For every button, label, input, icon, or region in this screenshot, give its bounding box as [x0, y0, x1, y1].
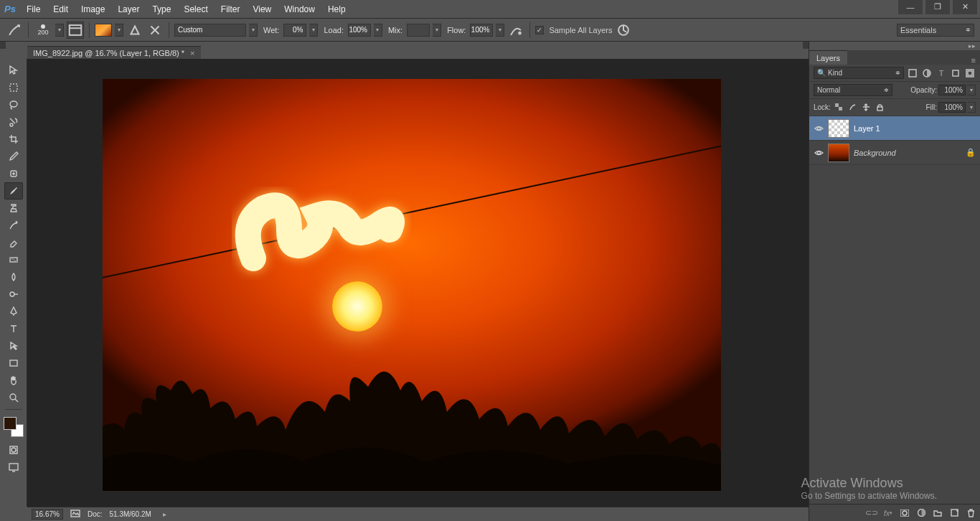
- filter-type-icon[interactable]: T: [936, 67, 947, 79]
- tablet-pressure-toggle[interactable]: [615, 22, 632, 39]
- clean-brush-button[interactable]: [146, 22, 164, 39]
- document-tab[interactable]: IMG_8922.jpg @ 16.7% (Layer 1, RGB/8) * …: [27, 46, 201, 59]
- menu-window[interactable]: Window: [278, 0, 321, 19]
- lock-all-icon[interactable]: [875, 102, 885, 113]
- layer-name[interactable]: Background: [854, 149, 896, 157]
- menu-help[interactable]: Help: [321, 0, 352, 19]
- lock-position-icon[interactable]: [861, 102, 872, 113]
- layers-panel-tab[interactable]: Layers: [809, 50, 847, 65]
- screen-mode-toggle[interactable]: [4, 459, 23, 476]
- foreground-color[interactable]: [4, 417, 17, 430]
- fill-field[interactable]: 100%: [938, 102, 966, 113]
- layer-thumbnail[interactable]: [828, 144, 849, 162]
- brush-load-caret[interactable]: ▾: [115, 24, 123, 37]
- fill-caret[interactable]: ▾: [967, 102, 976, 113]
- clone-stamp-tool[interactable]: [4, 200, 23, 217]
- zoom-level-field[interactable]: 16.67%: [32, 509, 63, 520]
- filter-kind-dropdown[interactable]: 🔍 Kind ≑: [814, 67, 904, 79]
- dock-collapse-left[interactable]: [0, 42, 6, 49]
- dock-collapse-right[interactable]: [803, 42, 809, 49]
- gradient-tool[interactable]: [4, 251, 23, 268]
- wet-field[interactable]: 0%: [283, 24, 306, 37]
- new-layer-button[interactable]: [949, 508, 959, 518]
- sample-all-checkbox[interactable]: ✓: [535, 26, 544, 34]
- brush-panel-toggle[interactable]: [67, 22, 84, 39]
- brush-preset-dropdown[interactable]: Custom: [174, 24, 246, 37]
- marquee-tool[interactable]: [4, 79, 23, 96]
- flow-caret[interactable]: ▾: [496, 24, 504, 37]
- lasso-tool[interactable]: [4, 96, 23, 113]
- filter-shape-icon[interactable]: [950, 67, 961, 79]
- menu-file[interactable]: File: [20, 0, 47, 19]
- load-caret[interactable]: ▾: [374, 24, 382, 37]
- layer-thumbnail[interactable]: [828, 119, 849, 138]
- history-brush-tool[interactable]: [4, 217, 23, 234]
- opacity-field[interactable]: 100%: [938, 85, 966, 95]
- layer-item[interactable]: Layer 1: [809, 116, 980, 141]
- brush-tool[interactable]: [4, 182, 23, 200]
- menu-view[interactable]: View: [246, 0, 278, 19]
- wet-caret[interactable]: ▾: [309, 24, 318, 37]
- mix-caret[interactable]: ▾: [433, 24, 441, 37]
- path-selection-tool[interactable]: [4, 337, 23, 355]
- menu-edit[interactable]: Edit: [47, 0, 75, 19]
- brush-preset-caret[interactable]: ▾: [249, 24, 258, 37]
- blend-mode-dropdown[interactable]: Normal ≑: [814, 84, 892, 96]
- quick-selection-tool[interactable]: [4, 113, 23, 131]
- panel-menu-button[interactable]: ≡: [967, 56, 980, 65]
- crop-tool[interactable]: [4, 131, 23, 148]
- eraser-tool[interactable]: [4, 234, 23, 251]
- visibility-toggle[interactable]: [814, 149, 824, 156]
- brush-size-caret[interactable]: ▾: [55, 24, 64, 37]
- delete-layer-button[interactable]: [966, 508, 976, 518]
- tool-preset-picker[interactable]: [6, 22, 23, 39]
- quick-mask-toggle[interactable]: [4, 441, 23, 459]
- eyedropper-tool[interactable]: [4, 148, 23, 165]
- healing-brush-tool[interactable]: [4, 165, 23, 182]
- dodge-tool[interactable]: [4, 286, 23, 303]
- color-swatch[interactable]: [4, 417, 24, 437]
- preview-icon[interactable]: [70, 510, 80, 520]
- opacity-caret[interactable]: ▾: [967, 85, 976, 95]
- window-minimize-button[interactable]: —: [898, 0, 923, 14]
- hand-tool[interactable]: [4, 372, 23, 389]
- canvas-area[interactable]: [27, 59, 809, 507]
- airbrush-toggle[interactable]: [507, 22, 524, 39]
- layer-style-button[interactable]: fx▾: [883, 508, 893, 518]
- layer-name[interactable]: Layer 1: [854, 124, 880, 133]
- flow-field[interactable]: 100%: [470, 24, 493, 37]
- panel-collapse-button[interactable]: ▸▸: [809, 42, 980, 50]
- lock-transparent-icon[interactable]: [834, 102, 844, 113]
- menu-select[interactable]: Select: [177, 0, 214, 19]
- lock-image-icon[interactable]: [847, 102, 858, 113]
- blur-tool[interactable]: [4, 268, 23, 286]
- mix-field[interactable]: [407, 24, 430, 37]
- zoom-tool[interactable]: [4, 389, 23, 406]
- document-canvas[interactable]: [103, 79, 721, 491]
- status-caret-icon[interactable]: ▸: [163, 510, 166, 518]
- filter-smart-icon[interactable]: [964, 67, 976, 79]
- menu-image[interactable]: Image: [75, 0, 111, 19]
- load-field[interactable]: 100%: [348, 24, 371, 37]
- move-tool[interactable]: [4, 62, 23, 79]
- visibility-toggle[interactable]: [814, 125, 824, 132]
- tab-close-button[interactable]: ×: [190, 49, 194, 57]
- brush-size-picker[interactable]: 200: [34, 20, 52, 40]
- load-brush-button[interactable]: [126, 22, 143, 39]
- layer-mask-button[interactable]: [900, 508, 910, 518]
- brush-load-preview[interactable]: [95, 24, 112, 37]
- layer-item[interactable]: Background 🔒: [809, 141, 980, 165]
- window-close-button[interactable]: ✕: [953, 0, 977, 14]
- menu-layer[interactable]: Layer: [111, 0, 146, 19]
- shape-tool[interactable]: [4, 355, 23, 372]
- filter-adjust-icon[interactable]: [921, 67, 933, 79]
- pen-tool[interactable]: [4, 303, 23, 320]
- adjustment-layer-button[interactable]: [916, 508, 926, 518]
- window-restore-button[interactable]: ❐: [925, 0, 950, 14]
- filter-pixel-icon[interactable]: [907, 67, 918, 79]
- menu-type[interactable]: Type: [146, 0, 177, 19]
- menu-filter[interactable]: Filter: [215, 0, 247, 19]
- workspace-switcher[interactable]: Essentials ≑: [897, 24, 974, 37]
- new-group-button[interactable]: [933, 508, 943, 518]
- type-tool[interactable]: [4, 320, 23, 337]
